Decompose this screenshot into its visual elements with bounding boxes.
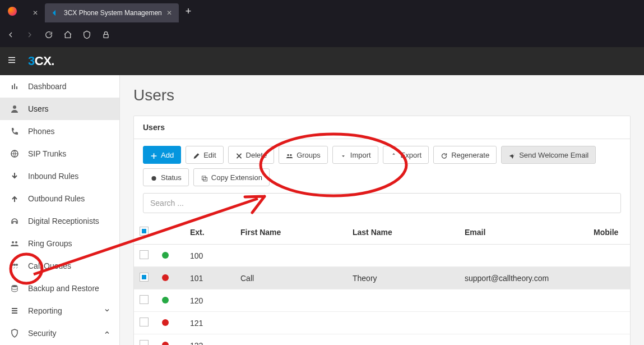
sidebar-item-label: Dashboard — [28, 82, 67, 91]
toolbar: Add Edit Delete Groups Import — [134, 139, 630, 193]
sidebar-item-label: Outbound Rules — [28, 194, 85, 203]
table-row[interactable]: 120 — [134, 289, 630, 312]
edit-button[interactable]: Edit — [186, 146, 223, 164]
copy-icon — [201, 174, 208, 181]
cell — [588, 289, 630, 312]
search-input[interactable] — [143, 193, 621, 213]
add-button[interactable]: Add — [143, 146, 181, 164]
reload-button[interactable] — [44, 30, 54, 40]
refresh-icon — [441, 151, 448, 159]
row-checkbox[interactable] — [140, 273, 149, 282]
sidebar-item-inbound-rules[interactable]: Inbound Rules — [0, 165, 119, 187]
svg-point-11 — [151, 176, 156, 180]
cell — [347, 334, 459, 346]
sidebar-item-call-queues[interactable]: Call Queues — [0, 255, 119, 277]
row-checkbox[interactable] — [140, 295, 149, 304]
sidebar-item-label: Reporting — [28, 306, 62, 315]
copy-extension-button[interactable]: Copy Extension — [193, 168, 270, 186]
row-checkbox[interactable] — [140, 250, 149, 259]
pencil-icon — [193, 151, 200, 159]
status-dot — [162, 319, 169, 326]
status-button[interactable]: Status — [143, 168, 189, 186]
user-icon — [9, 104, 20, 113]
home-button[interactable] — [63, 30, 73, 40]
sidebar-item-digital-receptionists[interactable]: Digital Receptionists — [0, 210, 119, 232]
cell: 120 — [184, 289, 235, 312]
status-dot — [162, 252, 169, 259]
globe-icon — [9, 149, 20, 158]
browser-tab-active[interactable]: 3CX Phone System Managemen ✕ — [45, 3, 179, 22]
import-button[interactable]: Import — [332, 146, 378, 164]
shield-icon[interactable] — [82, 30, 92, 40]
select-all-checkbox[interactable] — [140, 227, 149, 236]
send-welcome-email-button[interactable]: Send Welcome Email — [501, 146, 596, 164]
close-icon[interactable]: ✕ — [166, 9, 172, 17]
sidebar-item-dashboard[interactable]: Dashboard — [0, 75, 119, 98]
panel-header: Users — [134, 116, 630, 139]
svg-point-10 — [290, 154, 291, 155]
browser-chrome: ✕ 3CX Phone System Managemen ✕ + — [0, 0, 644, 47]
sidebar-item-backup-and-restore[interactable]: Backup and Restore — [0, 277, 119, 300]
svg-point-6 — [13, 264, 16, 266]
new-tab-button[interactable]: + — [179, 6, 198, 17]
delete-button[interactable]: Delete — [228, 146, 275, 164]
close-icon[interactable]: ✕ — [33, 9, 38, 17]
col-email[interactable]: Email — [459, 220, 588, 245]
groups-button[interactable]: Groups — [279, 146, 328, 164]
menu-toggle[interactable] — [7, 55, 17, 67]
sidebar-item-label: Backup and Restore — [28, 284, 99, 293]
svg-point-5 — [11, 264, 13, 266]
table-row[interactable]: 122 — [134, 334, 630, 346]
sidebar-item-reporting[interactable]: Reporting — [0, 300, 119, 322]
table-row[interactable]: 100 — [134, 245, 630, 267]
chevron-down-icon — [104, 306, 110, 315]
sidebar-item-security[interactable]: Security — [0, 322, 119, 344]
users-panel: Users Add Edit Delete Groups — [133, 116, 631, 345]
main-content: Users Users Add Edit Delete Group — [120, 75, 644, 345]
share-icon — [508, 151, 516, 159]
tab-favicon — [52, 9, 59, 17]
sidebar-item-label: Digital Receptionists — [28, 217, 99, 226]
cell — [235, 289, 347, 312]
bars-icon — [9, 82, 20, 91]
row-checkbox[interactable] — [140, 318, 149, 326]
cell — [347, 312, 459, 334]
cell: 121 — [184, 312, 235, 334]
forward-button[interactable] — [25, 30, 35, 40]
cell — [235, 312, 347, 334]
sidebar-item-label: SIP Trunks — [28, 149, 66, 158]
cell: Call — [235, 267, 347, 289]
browser-tab-inactive[interactable]: ✕ — [21, 3, 45, 22]
sidebar-item-sip-trunks[interactable]: SIP Trunks — [0, 142, 119, 165]
cell: 100 — [184, 245, 235, 267]
tab-bar: ✕ 3CX Phone System Managemen ✕ + — [0, 0, 644, 22]
cell: 122 — [184, 334, 235, 346]
col-last-name[interactable]: Last Name — [347, 220, 459, 245]
app-logo: 3CX. — [28, 54, 54, 68]
col-first-name[interactable]: First Name — [235, 220, 347, 245]
export-button[interactable]: Export — [383, 146, 429, 164]
lock-icon[interactable] — [101, 30, 111, 40]
status-dot — [162, 342, 169, 346]
cell — [235, 334, 347, 346]
row-checkbox[interactable] — [140, 340, 149, 345]
x-icon — [235, 151, 243, 159]
sidebar-item-ring-groups[interactable]: Ring Groups — [0, 232, 119, 255]
regenerate-button[interactable]: Regenerate — [433, 146, 497, 164]
table-row[interactable]: 101CallTheorysupport@calltheory.com — [134, 267, 630, 289]
sidebar-item-users[interactable]: Users — [0, 98, 119, 120]
cell — [459, 312, 588, 334]
sidebar-item-label: Users — [28, 104, 49, 113]
table-row[interactable]: 121 — [134, 312, 630, 334]
cell — [588, 334, 630, 346]
sidebar-item-outbound-rules[interactable]: Outbound Rules — [0, 187, 119, 210]
app-bar: 3CX. — [0, 47, 644, 75]
sidebar-item-phones[interactable]: Phones — [0, 120, 119, 142]
back-button[interactable] — [6, 30, 16, 40]
svg-point-1 — [13, 105, 16, 109]
plus-icon — [150, 151, 157, 159]
cell — [588, 312, 630, 334]
col-mobile[interactable]: Mobile — [588, 220, 630, 245]
sidebar-item-label: Phones — [28, 127, 54, 136]
col-ext[interactable]: Ext. — [184, 220, 235, 245]
